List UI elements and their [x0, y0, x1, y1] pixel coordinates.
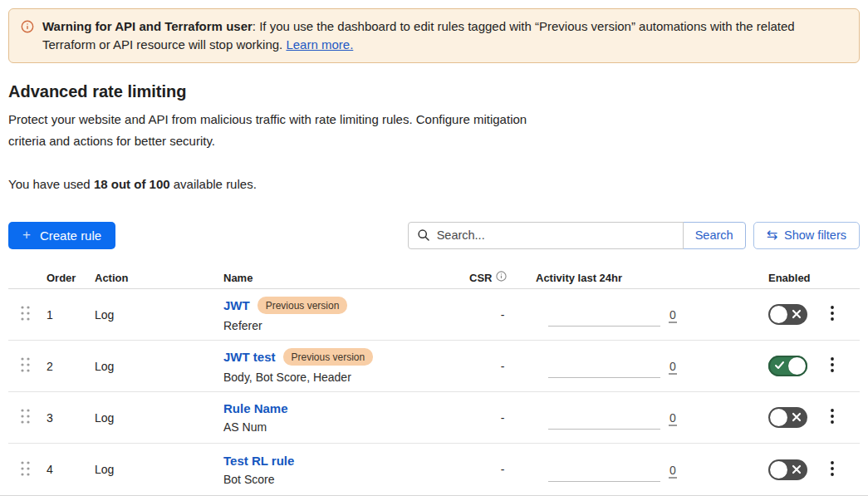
enabled-toggle[interactable] [768, 304, 807, 325]
header-action: Action [95, 272, 223, 284]
table-row: 2 Log JWT test Previous version Body, Bo… [8, 341, 860, 392]
activity-sparkline [548, 326, 660, 327]
page-description: Protect your website and API from malici… [8, 109, 527, 152]
show-filters-label: Show filters [784, 228, 846, 242]
table-row: 1 Log JWT Previous version Referer - 0 [8, 289, 860, 341]
csr-value: - [469, 411, 536, 425]
create-rule-button[interactable]: + Create rule [8, 222, 115, 249]
usage-count: 18 out of 100 [94, 177, 170, 191]
rule-order: 1 [47, 308, 95, 322]
header-name: Name [223, 272, 469, 284]
toggle-knob [788, 357, 806, 375]
warning-banner: Warning for API and Terraform user: If y… [8, 8, 860, 63]
table-header-row: Order Action Name CSR Activity last 24hr… [8, 267, 860, 289]
activity-count-link[interactable]: 0 [669, 309, 677, 323]
previous-version-badge: Previous version [283, 348, 374, 366]
x-icon [791, 411, 802, 425]
rule-name-link[interactable]: Test RL rule [223, 454, 294, 468]
toggle-knob [770, 461, 787, 479]
x-icon [791, 464, 802, 478]
activity-count-link[interactable]: 0 [669, 464, 677, 479]
activity-sparkline [548, 481, 660, 482]
header-order: Order [47, 272, 95, 284]
usage-suffix: available rules. [174, 177, 257, 191]
drag-handle[interactable] [8, 304, 47, 325]
x-icon [791, 308, 802, 322]
kebab-menu-button[interactable] [823, 305, 860, 324]
rule-criteria: AS Num [223, 420, 469, 434]
rule-action: Log [95, 411, 223, 425]
csr-value: - [469, 463, 536, 476]
rule-criteria: Bot Score [223, 473, 469, 486]
activity-sparkline [548, 429, 660, 430]
rule-name-link[interactable]: JWT test [223, 350, 276, 364]
activity-count-link[interactable]: 0 [669, 412, 677, 426]
usage-prefix: You have used [8, 177, 91, 191]
warning-info-icon [21, 20, 34, 54]
show-filters-button[interactable]: ⇆ Show filters [753, 222, 860, 249]
swap-arrows-icon: ⇆ [767, 228, 777, 242]
activity-count-link[interactable]: 0 [669, 361, 677, 375]
drag-handle[interactable] [8, 407, 47, 428]
table-row: 3 Log Rule Name AS Num - 0 [8, 392, 860, 444]
rule-order: 4 [47, 463, 95, 476]
kebab-menu-button[interactable] [823, 460, 860, 479]
toggle-knob [770, 306, 787, 323]
warning-title: Warning for API and Terraform user [42, 19, 253, 33]
rule-order: 2 [47, 360, 95, 373]
rule-name-link[interactable]: JWT [223, 298, 250, 312]
rule-action: Log [95, 308, 223, 322]
search-icon [417, 228, 430, 245]
kebab-menu-button[interactable] [823, 408, 860, 427]
previous-version-badge: Previous version [257, 297, 348, 314]
enabled-toggle[interactable] [768, 459, 807, 480]
rule-action: Log [95, 463, 223, 476]
rule-criteria: Body, Bot Score, Header [223, 371, 469, 384]
warning-text: Warning for API and Terraform user: If y… [42, 17, 846, 54]
enabled-toggle[interactable] [768, 356, 807, 376]
activity-sparkline [548, 377, 660, 378]
enabled-toggle[interactable] [768, 407, 807, 428]
plus-icon: + [22, 227, 31, 243]
drag-handle[interactable] [8, 356, 47, 376]
create-rule-label: Create rule [40, 228, 101, 243]
rule-action: Log [95, 360, 223, 373]
csr-value: - [469, 308, 536, 322]
rules-table: Order Action Name CSR Activity last 24hr… [8, 267, 860, 495]
header-activity: Activity last 24hr [536, 272, 748, 284]
rule-order: 3 [47, 411, 95, 425]
usage-summary: You have used 18 out of 100 available ru… [8, 177, 860, 191]
table-row: 4 Log Test RL rule Bot Score - 0 [8, 444, 860, 495]
toolbar: + Create rule Search ⇆ Show filters [8, 221, 860, 249]
rule-name-link[interactable]: Rule Name [223, 401, 288, 415]
toggle-knob [770, 409, 787, 426]
learn-more-link[interactable]: Learn more. [286, 37, 353, 52]
page-title: Advanced rate limiting [8, 82, 860, 101]
info-icon[interactable] [496, 271, 507, 284]
header-enabled: Enabled [748, 272, 823, 284]
search-input[interactable] [408, 222, 684, 249]
search-button[interactable]: Search [683, 222, 746, 249]
rule-criteria: Referer [223, 319, 469, 332]
drag-handle[interactable] [8, 459, 47, 480]
csr-value: - [469, 360, 536, 373]
check-icon [774, 360, 785, 373]
kebab-menu-button[interactable] [823, 356, 860, 376]
header-csr: CSR [469, 272, 492, 284]
